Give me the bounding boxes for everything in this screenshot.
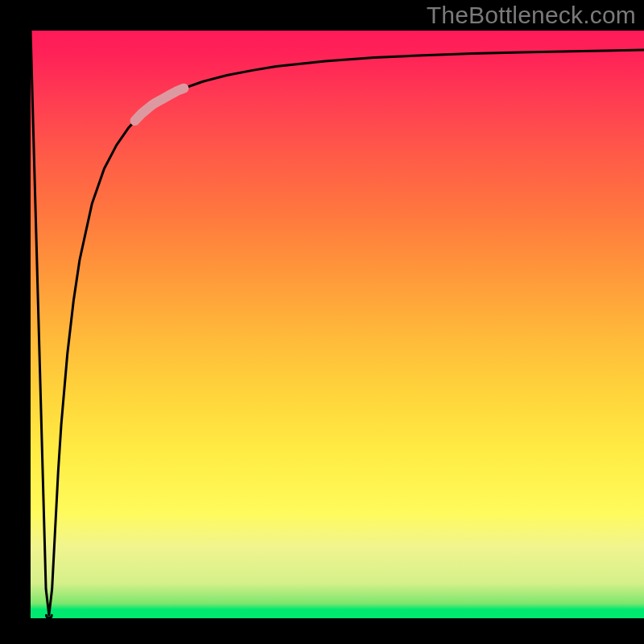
curve-highlight-segment	[135, 89, 184, 121]
watermark-text: TheBottleneck.com	[427, 2, 636, 29]
bottleneck-curve-line	[31, 31, 644, 615]
chart-frame: TheBottleneck.com	[0, 0, 644, 644]
plot-area	[31, 31, 644, 618]
curve-svg	[31, 31, 644, 618]
